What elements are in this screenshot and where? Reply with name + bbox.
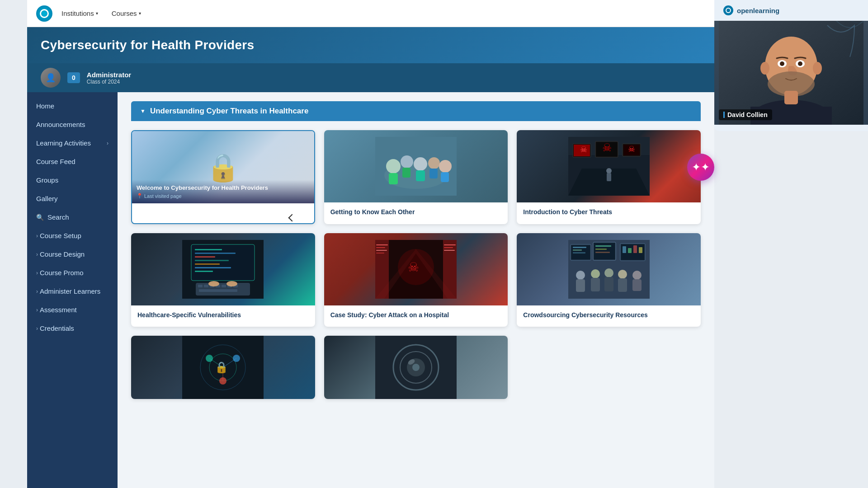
svg-point-111	[798, 61, 802, 66]
card-body-crowdsourcing: Crowdsourcing Cybersecurity Resources	[517, 305, 701, 327]
svg-rect-32	[195, 263, 220, 265]
user-class: Class of 2024	[87, 79, 131, 85]
image7-svg: 🔒	[182, 336, 264, 399]
section-title: Understanding Cyber Threats in Healthcar…	[150, 107, 308, 116]
svg-rect-30	[195, 256, 215, 258]
svg-rect-56	[444, 247, 453, 248]
svg-rect-57	[444, 250, 455, 251]
user-bar: 👤 0 Administrator Class of 2024	[27, 63, 714, 92]
svg-point-10	[439, 160, 452, 173]
sidebar-item-course-setup[interactable]: › Course Setup	[27, 226, 118, 245]
svg-text:☠: ☠	[408, 260, 419, 274]
card-title: Case Study: Cyber Attack on a Hospital	[330, 311, 502, 320]
svg-rect-84	[618, 278, 627, 292]
collapse-icon[interactable]: ▼	[140, 108, 146, 114]
meeting-image	[324, 130, 508, 202]
card-body-getting-to-know: Getting to Know Each Other	[324, 202, 508, 224]
nav-courses[interactable]: Courses ▾	[112, 9, 141, 17]
svg-rect-9	[429, 169, 438, 178]
video-name-tag: David Collien	[719, 109, 772, 120]
svg-text:☠: ☠	[580, 145, 587, 154]
corridor-image: ☠	[324, 233, 508, 305]
logo[interactable]	[36, 5, 52, 22]
svg-rect-65	[573, 252, 585, 253]
course-card-7[interactable]: 🔒	[131, 336, 315, 399]
sidebar-item-search[interactable]: 🔍 Search	[27, 208, 118, 226]
featured-overlay: Welcome to Cybersecurity for Health Prov…	[132, 180, 314, 203]
chevron-down-icon: ▾	[96, 11, 98, 16]
svg-rect-73	[623, 246, 626, 253]
course-card-case-study[interactable]: ☠ Case Study: Cyber Attack on a Hospital	[324, 233, 508, 327]
svg-rect-33	[195, 267, 231, 268]
card-body-case-study: Case Study: Cyber Attack on a Hospital	[324, 305, 508, 327]
image-8	[324, 336, 508, 399]
svg-point-44	[208, 281, 219, 286]
sidebar: Home Announcements Learning Activities ›…	[27, 92, 118, 488]
chevron-right-icon: ›	[36, 288, 38, 295]
course-card-vulnerabilities[interactable]: Healthcare-Specific Vulnerabilities	[131, 233, 315, 327]
featured-card-title: Welcome to Cybersecurity for Health Prov…	[137, 184, 310, 191]
avatar[interactable]: 👤	[41, 68, 61, 88]
course-card-crowdsourcing[interactable]: Crowdsourcing Cybersecurity Resources	[517, 233, 701, 327]
sidebar-item-course-feed[interactable]: Course Feed	[27, 152, 118, 171]
video-area: David Collien	[714, 21, 868, 125]
chevron-right-icon: ›	[36, 233, 38, 239]
sidebar-item-assessment[interactable]: › Assessment	[27, 300, 118, 319]
svg-rect-52	[376, 247, 385, 248]
svg-text:☠: ☠	[628, 145, 635, 154]
search-icon: 🔍	[36, 214, 44, 221]
chevron-right-icon: ›	[36, 307, 38, 313]
sidebar-item-administer-learners[interactable]: › Administer Learners	[27, 282, 118, 300]
svg-rect-75	[633, 245, 637, 253]
course-card-8[interactable]	[324, 336, 508, 399]
card-image-skull: ☠ ☠ ☠	[517, 130, 701, 202]
ai-stars-icon: ✦✦	[692, 161, 710, 174]
avatar-image: 👤	[41, 68, 61, 88]
sidebar-item-groups[interactable]: Groups	[27, 171, 118, 189]
svg-rect-53	[376, 250, 387, 251]
svg-rect-86	[632, 279, 642, 291]
svg-rect-31	[195, 260, 229, 261]
card-image-keyboard	[131, 233, 315, 305]
svg-point-81	[604, 268, 613, 277]
card-body-cyber-threats: Introduction to Cyber Threats	[517, 202, 701, 224]
card-image-meeting2	[517, 233, 701, 305]
svg-rect-70	[595, 252, 610, 253]
skull-svg: ☠ ☠ ☠	[568, 137, 650, 196]
svg-rect-29	[195, 253, 236, 254]
course-title: Cybersecurity for Health Providers	[41, 38, 701, 52]
svg-rect-28	[195, 249, 222, 250]
chevron-right-icon: ›	[107, 140, 108, 146]
nav-institutions[interactable]: Institutions ▾	[61, 9, 98, 17]
svg-point-45	[226, 281, 237, 286]
user-info: Administrator Class of 2024	[87, 71, 131, 85]
sidebar-item-home[interactable]: Home	[27, 97, 118, 115]
chevron-right-icon: ›	[36, 270, 38, 276]
svg-point-101	[412, 364, 420, 371]
keyboard-svg	[182, 240, 264, 299]
ai-assistant-button[interactable]: ✦✦	[687, 154, 714, 181]
skull-image: ☠ ☠ ☠	[517, 130, 701, 202]
meeting-svg	[375, 137, 457, 196]
sidebar-item-announcements[interactable]: Announcements	[27, 115, 118, 134]
svg-rect-50	[443, 240, 457, 299]
svg-rect-7	[416, 170, 425, 181]
svg-rect-82	[604, 277, 613, 291]
course-card-cyber-threats[interactable]: ☠ ☠ ☠	[517, 130, 701, 224]
course-card-welcome[interactable]: Welcome to Cybersecurity for Health Prov…	[131, 130, 315, 224]
svg-point-85	[632, 271, 642, 280]
featured-card-meta: 📍 Last visited page	[137, 193, 310, 199]
ol-logo-icon	[726, 8, 731, 13]
sidebar-item-gallery[interactable]: Gallery	[27, 189, 118, 208]
chevron-right-icon: ›	[36, 251, 38, 258]
chevron-down-icon: ▾	[139, 11, 141, 16]
sidebar-item-credentials[interactable]: › Credentials	[27, 319, 118, 338]
sidebar-item-course-design[interactable]: › Course Design	[27, 245, 118, 263]
sidebar-item-learning-activities[interactable]: Learning Activities ›	[27, 134, 118, 152]
logo-icon	[40, 9, 49, 18]
course-card-getting-to-know[interactable]: Getting to Know Each Other	[324, 130, 508, 224]
sidebar-item-course-promo[interactable]: › Course Promo	[27, 263, 118, 282]
svg-point-106	[760, 62, 769, 75]
ol-logo	[723, 5, 733, 15]
svg-point-83	[618, 270, 627, 279]
